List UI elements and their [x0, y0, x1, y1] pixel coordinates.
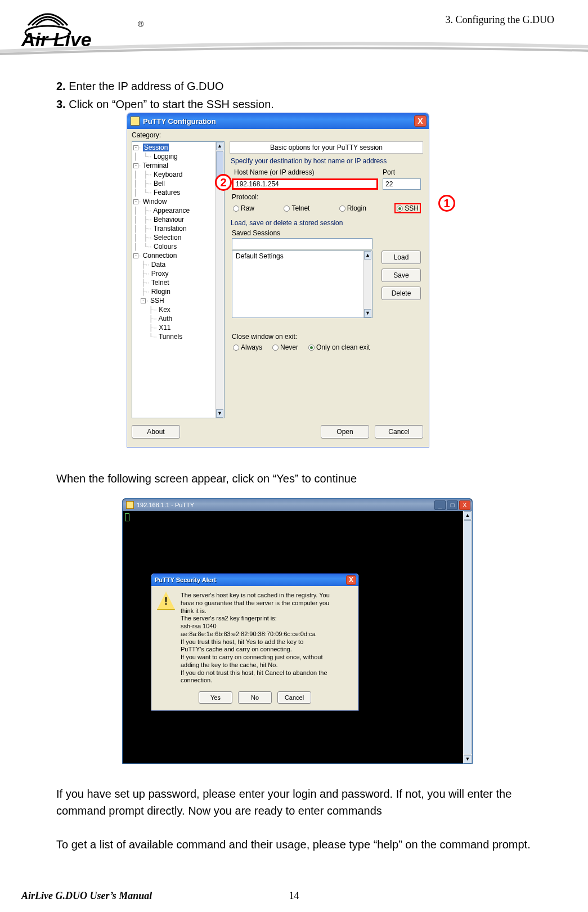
- terminal-titlebar[interactable]: 192.168.1.1 - PuTTY _ □ X: [123, 499, 472, 511]
- tree-data[interactable]: Data: [151, 261, 165, 269]
- warning-icon: [157, 592, 175, 610]
- load-button[interactable]: Load: [381, 251, 421, 264]
- radio-rlogin[interactable]: Rlogin: [338, 204, 367, 213]
- tree-logging[interactable]: Logging: [154, 153, 178, 160]
- alert-titlebar[interactable]: PuTTY Security Alert X: [151, 574, 358, 586]
- host-label: Host Name (or IP address): [234, 168, 376, 176]
- scroll-down-icon[interactable]: ▼: [364, 309, 371, 318]
- putty-icon: [131, 117, 140, 126]
- close-icon[interactable]: X: [414, 115, 427, 127]
- terminal-title: 192.168.1.1 - PuTTY: [137, 502, 434, 508]
- close-icon[interactable]: X: [346, 575, 356, 585]
- alert-cancel-button[interactable]: Cancel: [277, 691, 311, 704]
- radio-always[interactable]: Always: [232, 343, 263, 352]
- tree-kex[interactable]: Kex: [159, 306, 170, 314]
- session-default[interactable]: Default Settings: [232, 251, 372, 261]
- tree-keyboard[interactable]: Keyboard: [154, 171, 182, 178]
- callout-2: 2: [215, 174, 232, 191]
- collapse-icon[interactable]: -: [141, 298, 146, 303]
- alert-text: The server's host key is not cached in t…: [181, 592, 352, 685]
- delete-button[interactable]: Delete: [381, 287, 421, 300]
- about-button[interactable]: About: [132, 425, 180, 439]
- tree-connection[interactable]: Connection: [143, 252, 177, 260]
- protocol-label: Protocol:: [232, 193, 423, 201]
- step2-num: 2.: [56, 80, 66, 92]
- terminal-scrollbar[interactable]: ▲ ▼: [463, 511, 472, 763]
- category-tree[interactable]: -· Session │ └·· Logging -· Terminal │ ├…: [132, 141, 225, 418]
- tree-appearance[interactable]: Appearance: [153, 207, 190, 214]
- section-destination: Specify your destination by host name or…: [231, 157, 423, 165]
- close-icon[interactable]: X: [459, 500, 470, 510]
- collapse-icon[interactable]: -: [133, 253, 138, 258]
- minimize-icon[interactable]: _: [434, 500, 446, 510]
- save-button[interactable]: Save: [381, 269, 421, 282]
- radio-telnet[interactable]: Telnet: [282, 204, 311, 213]
- svg-text:®: ®: [138, 20, 144, 29]
- scroll-up-icon[interactable]: ▲: [364, 251, 371, 260]
- tree-bell[interactable]: Bell: [154, 180, 165, 187]
- scroll-thumb[interactable]: [464, 520, 472, 754]
- tree-translation[interactable]: Translation: [154, 225, 187, 233]
- radio-raw[interactable]: Raw: [232, 204, 255, 213]
- terminal-cursor: [125, 513, 129, 521]
- pane-title: Basic options for your PuTTY session: [230, 141, 423, 154]
- tree-window[interactable]: Window: [143, 198, 167, 205]
- sessions-scrollbar[interactable]: ▲ ▼: [363, 251, 372, 318]
- putty-config-title: PuTTY Configuration: [143, 117, 414, 126]
- tree-auth[interactable]: Auth: [159, 315, 173, 323]
- no-button[interactable]: No: [238, 691, 272, 704]
- step-2: 2. Enter the IP address of G.DUO: [56, 78, 557, 95]
- scroll-down-icon[interactable]: ▼: [216, 409, 223, 418]
- tree-session[interactable]: Session: [143, 144, 169, 151]
- tree-ssh[interactable]: SSH: [150, 297, 164, 305]
- tree-selection[interactable]: Selection: [154, 234, 181, 242]
- terminal-body[interactable]: ▲ ▼ PuTTY Security Alert X The server's …: [123, 511, 472, 763]
- tree-telnet[interactable]: Telnet: [151, 279, 169, 287]
- tree-rlogin[interactable]: Rlogin: [151, 288, 170, 296]
- alert-title-text: PuTTY Security Alert: [155, 576, 346, 583]
- close-on-exit-label: Close window on exit:: [232, 333, 423, 341]
- radio-never[interactable]: Never: [271, 343, 299, 352]
- header-chapter: 3. Configuring the G.DUO: [446, 14, 554, 26]
- tree-proxy[interactable]: Proxy: [151, 270, 169, 278]
- port-input[interactable]: [383, 178, 421, 190]
- putty-config-titlebar[interactable]: PuTTY Configuration X: [127, 113, 429, 129]
- saved-session-input[interactable]: [232, 238, 372, 249]
- putty-icon: [126, 501, 134, 509]
- tree-behaviour[interactable]: Behaviour: [154, 216, 184, 223]
- putty-config-window: PuTTY Configuration X Category: -· Sessi…: [127, 113, 429, 448]
- collapse-icon[interactable]: -: [133, 145, 138, 150]
- putty-footer: About Open Cancel: [132, 422, 423, 441]
- collapse-icon[interactable]: -: [133, 163, 138, 168]
- callout-1: 1: [438, 195, 455, 212]
- radio-ssh[interactable]: SSH: [394, 203, 421, 213]
- tree-tunnels[interactable]: Tunnels: [159, 333, 182, 341]
- open-button[interactable]: Open: [321, 425, 369, 439]
- header-swoosh: [0, 39, 588, 56]
- tree-colours[interactable]: Colours: [154, 243, 177, 251]
- mid-instruction: When the following screen appear, click …: [56, 470, 557, 487]
- maximize-icon[interactable]: □: [447, 500, 458, 510]
- security-alert-dialog: PuTTY Security Alert X The server's host…: [151, 573, 359, 711]
- host-input[interactable]: [232, 178, 378, 190]
- step-3: 3. Click on “Open” to start the SSH sess…: [56, 96, 557, 113]
- putty-terminal-window: 192.168.1.1 - PuTTY _ □ X ▲ ▼ PuTTY Secu…: [122, 498, 473, 764]
- tree-terminal[interactable]: Terminal: [142, 162, 168, 169]
- radio-clean-exit[interactable]: Only on clean exit: [307, 343, 371, 352]
- cancel-button[interactable]: Cancel: [375, 425, 423, 439]
- scroll-down-icon[interactable]: ▼: [464, 755, 472, 763]
- collapse-icon[interactable]: -: [133, 199, 138, 204]
- step3-num: 3.: [56, 98, 66, 110]
- tree-x11[interactable]: X11: [159, 324, 170, 332]
- sessions-list[interactable]: Default Settings ▲ ▼: [232, 251, 372, 318]
- tree-features[interactable]: Features: [154, 189, 180, 196]
- scroll-up-icon[interactable]: ▲: [216, 142, 223, 150]
- category-label: Category:: [132, 131, 161, 139]
- paragraph-help: To get a list of available command and t…: [56, 836, 557, 853]
- putty-right-pane: Basic options for your PuTTY session Spe…: [230, 141, 423, 418]
- scroll-up-icon[interactable]: ▲: [464, 511, 472, 520]
- section-sessions: Load, save or delete a stored session: [231, 219, 423, 227]
- port-label: Port: [383, 168, 421, 176]
- yes-button[interactable]: Yes: [199, 691, 232, 704]
- footer-page-number: 14: [289, 890, 299, 902]
